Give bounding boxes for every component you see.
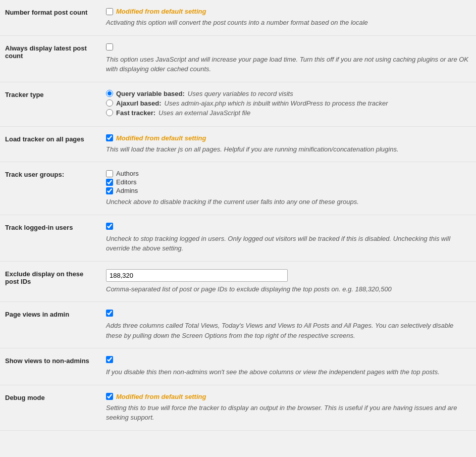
content-track-user-groups: Authors Editors Admins Uncheck above to … xyxy=(106,170,471,207)
radio-ajaxurl[interactable] xyxy=(106,99,113,107)
label-exclude-display-post-ids: Exclude display on these post IDs xyxy=(5,269,106,285)
content-track-logged-in-users: Uncheck to stop tracking logged in users… xyxy=(106,223,471,253)
label-page-views-in-admin: Page views in admin xyxy=(5,310,106,318)
row-page-views-in-admin: Page views in admin Adds three columns c… xyxy=(0,302,476,348)
content-tracker-type: Query variable based: Uses query variabl… xyxy=(106,90,471,119)
label-number-format-post-count: Number format post count xyxy=(5,8,106,16)
radio-label-fast-tracker-bold: Fast tracker: xyxy=(116,109,155,117)
checkbox-track-logged-in-users[interactable] xyxy=(106,223,113,230)
modified-label-load-tracker: Modified from default setting xyxy=(116,134,206,142)
desc-track-user-groups: Uncheck above to disable tracking if the… xyxy=(106,197,471,207)
row-number-format-post-count: Number format post count Modified from d… xyxy=(0,0,476,36)
content-page-views-in-admin: Adds three columns called Total Views, T… xyxy=(106,310,471,340)
desc-exclude-display-post-ids: Comma-separated list of post or page IDs… xyxy=(106,284,471,294)
checkbox-load-tracker-all-pages[interactable] xyxy=(106,134,113,141)
desc-always-display-latest: This option uses JavaScript and will inc… xyxy=(106,55,471,74)
label-always-display-latest: Always display latest post count xyxy=(5,43,106,60)
content-show-views-to-non-admins: If you disable this then non-admins won'… xyxy=(106,356,471,377)
label-authors: Authors xyxy=(116,170,139,177)
desc-track-logged-in-users: Uncheck to stop tracking logged in users… xyxy=(106,234,471,253)
radio-label-ajaxurl-bold: Ajaxurl based: xyxy=(116,99,162,107)
label-tracker-type: Tracker type xyxy=(5,90,106,98)
checkbox-row-admins: Admins xyxy=(106,187,471,194)
radio-query-variable[interactable] xyxy=(106,90,113,97)
row-load-tracker-all-pages: Load tracker on all pages Modified from … xyxy=(0,127,476,163)
row-exclude-display-post-ids: Exclude display on these post IDs Comma-… xyxy=(0,262,476,302)
label-track-user-groups: Track user groups: xyxy=(5,170,106,178)
desc-number-format-post-count: Activating this option will convert the … xyxy=(106,18,471,28)
desc-page-views-in-admin: Adds three columns called Total Views, T… xyxy=(106,321,471,340)
modified-label-debug-mode: Modified from default setting xyxy=(116,393,206,400)
row-show-views-to-non-admins: Show views to non-admins If you disable … xyxy=(0,348,476,385)
label-editors: Editors xyxy=(116,178,136,186)
desc-debug-mode: Setting this to true will force the trac… xyxy=(106,403,471,423)
checkbox-row-editors: Editors xyxy=(106,178,471,186)
checkbox-page-views-in-admin[interactable] xyxy=(106,310,113,317)
checkbox-always-display-latest[interactable] xyxy=(106,43,113,50)
row-debug-mode: Debug mode Modified from default setting… xyxy=(0,385,476,431)
checkbox-editors[interactable] xyxy=(106,179,113,186)
row-track-logged-in-users: Track logged-in users Uncheck to stop tr… xyxy=(0,215,476,262)
content-debug-mode: Modified from default setting Setting th… xyxy=(106,393,471,423)
content-always-display-latest: This option uses JavaScript and will inc… xyxy=(106,43,471,74)
radio-row-query-variable: Query variable based: Uses query variabl… xyxy=(106,90,471,97)
row-track-user-groups: Track user groups: Authors Editors Admin… xyxy=(0,162,476,215)
settings-table: Number format post count Modified from d… xyxy=(0,0,476,431)
label-show-views-to-non-admins: Show views to non-admins xyxy=(5,356,106,365)
label-debug-mode: Debug mode xyxy=(5,393,106,401)
desc-show-views-to-non-admins: If you disable this then non-admins won'… xyxy=(106,367,471,377)
radio-label-query-variable-bold: Query variable based: xyxy=(116,90,185,97)
radio-label-query-variable-italic: Uses query variables to record visits xyxy=(188,90,293,97)
checkbox-admins[interactable] xyxy=(106,187,113,194)
label-track-logged-in-users: Track logged-in users xyxy=(5,223,106,231)
radio-label-fast-tracker-italic: Uses an external JavaScript file xyxy=(158,109,250,117)
checkbox-row-authors: Authors xyxy=(106,170,471,177)
desc-load-tracker-all-pages: This will load the tracker js on all pag… xyxy=(106,144,471,155)
checkbox-number-format-post-count[interactable] xyxy=(106,8,113,15)
label-load-tracker-all-pages: Load tracker on all pages xyxy=(5,134,106,143)
checkbox-authors[interactable] xyxy=(106,170,113,177)
content-exclude-display-post-ids: Comma-separated list of post or page IDs… xyxy=(106,269,471,294)
checkbox-show-views-to-non-admins[interactable] xyxy=(106,356,113,363)
content-number-format-post-count: Modified from default setting Activating… xyxy=(106,8,471,28)
label-admins: Admins xyxy=(116,187,138,194)
row-tracker-type: Tracker type Query variable based: Uses … xyxy=(0,82,476,127)
radio-fast-tracker[interactable] xyxy=(106,109,113,116)
radio-row-ajaxurl: Ajaxurl based: Uses admin-ajax.php which… xyxy=(106,99,471,107)
input-exclude-post-ids[interactable] xyxy=(106,269,288,282)
radio-label-ajaxurl-italic: Uses admin-ajax.php which is inbuilt wit… xyxy=(165,99,388,107)
row-always-display-latest: Always display latest post count This op… xyxy=(0,36,476,82)
modified-label-number-format: Modified from default setting xyxy=(116,8,206,15)
content-load-tracker-all-pages: Modified from default setting This will … xyxy=(106,134,471,155)
checkbox-debug-mode[interactable] xyxy=(106,393,113,400)
radio-row-fast-tracker: Fast tracker: Uses an external JavaScrip… xyxy=(106,109,471,117)
